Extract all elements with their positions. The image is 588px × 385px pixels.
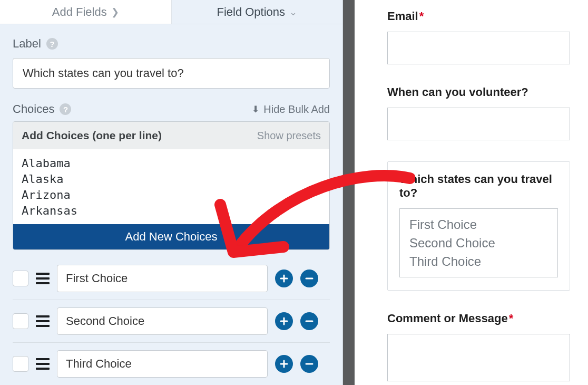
required-star: * — [419, 9, 424, 23]
add-choice-button[interactable] — [275, 312, 293, 330]
choice-row — [13, 343, 330, 385]
preview-field-states: Which states can you travel to? First Ch… — [387, 161, 570, 291]
preview-label-email: Email* — [387, 9, 570, 23]
preview-field-comment: Comment or Message* — [387, 312, 570, 381]
choice-list — [13, 257, 330, 385]
add-choice-button[interactable] — [275, 355, 293, 373]
field-options-sidebar: Add Fields ❯ Field Options ⌄ Label ? Cho… — [0, 0, 343, 385]
required-star: * — [509, 312, 514, 325]
choice-row — [13, 300, 330, 343]
chevron-right-icon: ❯ — [111, 6, 119, 18]
add-new-choices-button[interactable]: Add New Choices — [13, 224, 329, 249]
chevron-down-icon: ⌄ — [289, 6, 297, 18]
panel-divider — [343, 0, 355, 385]
download-icon: ⬇ — [252, 104, 259, 115]
tab-add-fields-label: Add Fields — [52, 5, 107, 19]
bulk-add-box: Add Choices (one per line) Show presets … — [13, 121, 330, 250]
choice-default-checkbox[interactable] — [13, 271, 28, 286]
drag-handle-icon[interactable] — [36, 358, 50, 370]
preview-label-states: Which states can you travel to? — [399, 172, 558, 200]
help-icon[interactable]: ? — [60, 103, 71, 115]
drag-handle-icon[interactable] — [36, 273, 50, 284]
comment-label-text: Comment or Message — [387, 312, 508, 325]
states-field-card[interactable]: Which states can you travel to? First Ch… — [387, 161, 570, 291]
hide-bulk-label: Hide Bulk Add — [263, 103, 330, 116]
remove-choice-button[interactable] — [300, 355, 318, 373]
field-options-panel: Label ? Choices ? ⬇ Hide Bulk Add Add Ch… — [0, 24, 342, 385]
choice-label-input[interactable] — [57, 350, 268, 378]
multiselect-option[interactable]: First Choice — [409, 215, 548, 234]
choice-row — [13, 257, 330, 300]
form-builder-layout: Add Fields ❯ Field Options ⌄ Label ? Cho… — [0, 0, 588, 385]
bulk-add-header: Add Choices (one per line) Show presets — [13, 122, 329, 149]
hide-bulk-add-link[interactable]: ⬇ Hide Bulk Add — [252, 103, 330, 116]
choice-default-checkbox[interactable] — [13, 313, 28, 329]
bulk-choices-textarea[interactable] — [13, 149, 329, 222]
tab-add-fields[interactable]: Add Fields ❯ — [0, 0, 172, 24]
volunteer-input-preview[interactable] — [387, 108, 570, 140]
preview-field-email: Email* — [387, 9, 570, 64]
comment-textarea-preview[interactable] — [387, 334, 570, 381]
field-label-input[interactable] — [13, 58, 330, 89]
email-input-preview[interactable] — [387, 32, 570, 64]
remove-choice-button[interactable] — [300, 270, 318, 287]
show-presets-link[interactable]: Show presets — [257, 130, 321, 142]
email-label-text: Email — [387, 9, 418, 23]
choices-header: Choices ? ⬇ Hide Bulk Add — [13, 102, 330, 116]
choices-title: Choices — [13, 102, 54, 116]
multiselect-option[interactable]: Second Choice — [409, 234, 548, 252]
label-section-header: Label ? — [13, 37, 330, 51]
states-multiselect-preview[interactable]: First ChoiceSecond ChoiceThird Choice — [399, 208, 558, 277]
preview-field-volunteer: When can you volunteer? — [387, 85, 570, 140]
preview-label-comment: Comment or Message* — [387, 312, 570, 325]
preview-label-volunteer: When can you volunteer? — [387, 85, 570, 99]
tab-field-options-label: Field Options — [217, 5, 285, 19]
drag-handle-icon[interactable] — [36, 315, 50, 327]
choice-default-checkbox[interactable] — [13, 356, 28, 372]
help-icon[interactable]: ? — [46, 38, 58, 50]
add-choice-button[interactable] — [275, 270, 293, 287]
choice-label-input[interactable] — [57, 265, 268, 292]
multiselect-option[interactable]: Third Choice — [409, 252, 548, 271]
choices-header-left: Choices ? — [13, 102, 71, 116]
form-preview: Email* When can you volunteer? Which sta… — [355, 0, 588, 385]
choice-label-input[interactable] — [57, 307, 268, 335]
label-title: Label — [13, 37, 41, 51]
tab-field-options[interactable]: Field Options ⌄ — [172, 0, 343, 24]
sidebar-tabs: Add Fields ❯ Field Options ⌄ — [0, 0, 342, 24]
bulk-add-title: Add Choices (one per line) — [22, 129, 162, 142]
remove-choice-button[interactable] — [300, 312, 318, 330]
